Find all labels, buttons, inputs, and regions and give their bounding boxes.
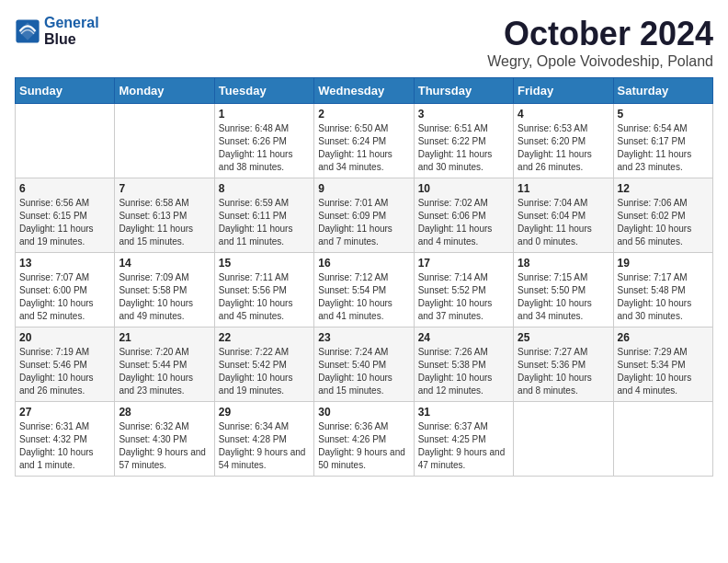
day-content: Sunrise: 6:31 AMSunset: 4:32 PMDaylight:… [19,420,110,472]
table-cell: 20Sunrise: 7:19 AMSunset: 5:46 PMDayligh… [16,327,115,402]
table-cell: 23Sunrise: 7:24 AMSunset: 5:40 PMDayligh… [314,327,414,402]
week-row-5: 27Sunrise: 6:31 AMSunset: 4:32 PMDayligh… [16,402,713,477]
table-cell [613,402,712,477]
day-number: 23 [318,331,409,344]
day-content: Sunrise: 6:54 AMSunset: 6:17 PMDaylight:… [618,122,709,174]
table-cell: 8Sunrise: 6:59 AMSunset: 6:11 PMDaylight… [214,178,313,253]
table-cell: 1Sunrise: 6:48 AMSunset: 6:26 PMDaylight… [214,104,313,178]
table-cell: 21Sunrise: 7:20 AMSunset: 5:44 PMDayligh… [115,327,214,402]
table-cell: 27Sunrise: 6:31 AMSunset: 4:32 PMDayligh… [16,402,115,477]
table-cell: 22Sunrise: 7:22 AMSunset: 5:42 PMDayligh… [214,327,313,402]
day-content: Sunrise: 6:48 AMSunset: 6:26 PMDaylight:… [219,122,310,174]
day-number: 29 [219,406,310,419]
table-cell: 11Sunrise: 7:04 AMSunset: 6:04 PMDayligh… [514,178,613,253]
weekday-header-saturday: Saturday [613,78,712,104]
day-number: 6 [19,182,110,195]
day-content: Sunrise: 6:51 AMSunset: 6:22 PMDaylight:… [418,122,509,174]
day-content: Sunrise: 7:26 AMSunset: 5:38 PMDaylight:… [418,346,509,397]
day-number: 12 [618,182,709,195]
day-number: 18 [518,257,609,270]
day-content: Sunrise: 7:06 AMSunset: 6:02 PMDaylight:… [618,197,709,248]
day-number: 21 [119,331,210,344]
location-subtitle: Wegry, Opole Voivodeship, Poland [487,53,713,70]
day-number: 22 [219,331,310,344]
day-content: Sunrise: 7:02 AMSunset: 6:06 PMDaylight:… [418,197,509,248]
day-number: 15 [219,257,310,270]
table-cell: 4Sunrise: 6:53 AMSunset: 6:20 PMDaylight… [514,104,613,178]
weekday-header-row: SundayMondayTuesdayWednesdayThursdayFrid… [16,78,713,104]
day-number: 25 [518,331,609,344]
weekday-header-sunday: Sunday [16,78,115,104]
day-content: Sunrise: 7:15 AMSunset: 5:50 PMDaylight:… [518,271,609,323]
table-cell: 17Sunrise: 7:14 AMSunset: 5:52 PMDayligh… [414,253,513,327]
week-row-4: 20Sunrise: 7:19 AMSunset: 5:46 PMDayligh… [16,327,713,402]
day-content: Sunrise: 6:59 AMSunset: 6:11 PMDaylight:… [219,197,310,248]
day-number: 17 [418,257,509,270]
header: General Blue October 2024 Wegry, Opole V… [15,15,713,70]
day-number: 31 [418,406,509,419]
table-cell: 24Sunrise: 7:26 AMSunset: 5:38 PMDayligh… [414,327,513,402]
week-row-1: 1Sunrise: 6:48 AMSunset: 6:26 PMDaylight… [16,104,713,178]
table-cell: 5Sunrise: 6:54 AMSunset: 6:17 PMDaylight… [613,104,712,178]
table-cell [16,104,115,178]
logo-icon [15,18,40,44]
week-row-2: 6Sunrise: 6:56 AMSunset: 6:15 PMDaylight… [16,178,713,253]
day-content: Sunrise: 6:56 AMSunset: 6:15 PMDaylight:… [19,197,110,248]
table-cell: 13Sunrise: 7:07 AMSunset: 6:00 PMDayligh… [16,253,115,327]
day-content: Sunrise: 7:29 AMSunset: 5:34 PMDaylight:… [618,346,709,397]
day-number: 16 [318,257,409,270]
day-content: Sunrise: 6:37 AMSunset: 4:25 PMDaylight:… [418,420,509,472]
table-cell: 6Sunrise: 6:56 AMSunset: 6:15 PMDaylight… [16,178,115,253]
day-number: 28 [119,406,210,419]
logo: General Blue [15,15,99,47]
day-content: Sunrise: 7:14 AMSunset: 5:52 PMDaylight:… [418,271,509,323]
day-content: Sunrise: 7:09 AMSunset: 5:58 PMDaylight:… [119,271,210,323]
day-number: 11 [518,182,609,195]
table-cell: 3Sunrise: 6:51 AMSunset: 6:22 PMDaylight… [414,104,513,178]
day-content: Sunrise: 7:04 AMSunset: 6:04 PMDaylight:… [518,197,609,248]
day-number: 2 [318,108,409,121]
table-cell: 12Sunrise: 7:06 AMSunset: 6:02 PMDayligh… [613,178,712,253]
week-row-3: 13Sunrise: 7:07 AMSunset: 6:00 PMDayligh… [16,253,713,327]
day-content: Sunrise: 7:24 AMSunset: 5:40 PMDaylight:… [318,346,409,397]
day-content: Sunrise: 7:22 AMSunset: 5:42 PMDaylight:… [219,346,310,397]
table-cell: 14Sunrise: 7:09 AMSunset: 5:58 PMDayligh… [115,253,214,327]
day-number: 7 [119,182,210,195]
logo-text: General Blue [44,15,99,47]
day-content: Sunrise: 6:32 AMSunset: 4:30 PMDaylight:… [119,420,210,472]
day-content: Sunrise: 7:07 AMSunset: 6:00 PMDaylight:… [19,271,110,323]
table-cell: 18Sunrise: 7:15 AMSunset: 5:50 PMDayligh… [514,253,613,327]
day-number: 14 [119,257,210,270]
table-cell: 16Sunrise: 7:12 AMSunset: 5:54 PMDayligh… [314,253,414,327]
day-content: Sunrise: 6:34 AMSunset: 4:28 PMDaylight:… [219,420,310,472]
day-content: Sunrise: 7:12 AMSunset: 5:54 PMDaylight:… [318,271,409,323]
day-content: Sunrise: 7:01 AMSunset: 6:09 PMDaylight:… [318,197,409,248]
table-cell: 2Sunrise: 6:50 AMSunset: 6:24 PMDaylight… [314,104,414,178]
day-number: 20 [19,331,110,344]
day-number: 24 [418,331,509,344]
day-number: 19 [618,257,709,270]
weekday-header-tuesday: Tuesday [214,78,313,104]
table-cell: 7Sunrise: 6:58 AMSunset: 6:13 PMDaylight… [115,178,214,253]
table-cell: 30Sunrise: 6:36 AMSunset: 4:26 PMDayligh… [314,402,414,477]
day-content: Sunrise: 6:58 AMSunset: 6:13 PMDaylight:… [119,197,210,248]
table-cell: 19Sunrise: 7:17 AMSunset: 5:48 PMDayligh… [613,253,712,327]
table-cell [115,104,214,178]
day-number: 8 [219,182,310,195]
day-content: Sunrise: 6:50 AMSunset: 6:24 PMDaylight:… [318,122,409,174]
table-cell: 9Sunrise: 7:01 AMSunset: 6:09 PMDaylight… [314,178,414,253]
day-number: 10 [418,182,509,195]
day-number: 13 [19,257,110,270]
day-content: Sunrise: 7:17 AMSunset: 5:48 PMDaylight:… [618,271,709,323]
day-number: 1 [219,108,310,121]
day-number: 9 [318,182,409,195]
table-cell: 25Sunrise: 7:27 AMSunset: 5:36 PMDayligh… [514,327,613,402]
table-cell: 28Sunrise: 6:32 AMSunset: 4:30 PMDayligh… [115,402,214,477]
day-number: 30 [318,406,409,419]
day-number: 5 [618,108,709,121]
day-content: Sunrise: 6:53 AMSunset: 6:20 PMDaylight:… [518,122,609,174]
weekday-header-thursday: Thursday [414,78,513,104]
day-content: Sunrise: 7:11 AMSunset: 5:56 PMDaylight:… [219,271,310,323]
table-cell: 15Sunrise: 7:11 AMSunset: 5:56 PMDayligh… [214,253,313,327]
calendar-table: SundayMondayTuesdayWednesdayThursdayFrid… [15,77,713,477]
